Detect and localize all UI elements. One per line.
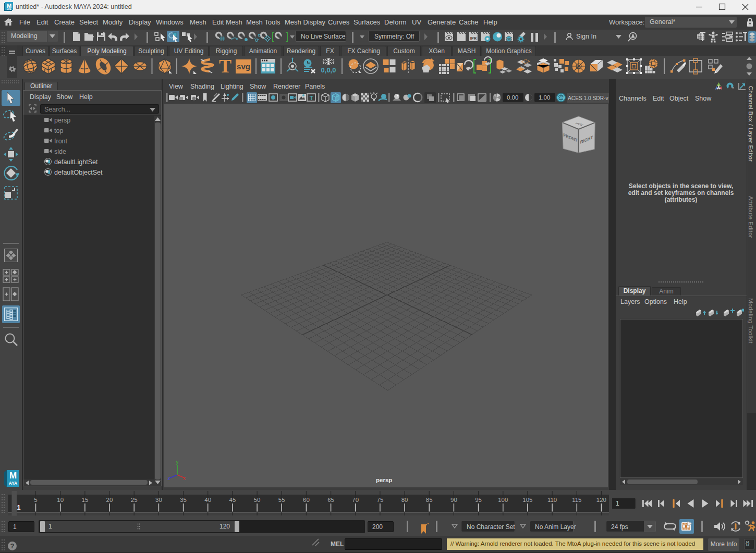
svg-text:z: z (168, 475, 170, 481)
svg-text:115: 115 (572, 497, 581, 503)
svg-text:20: 20 (106, 497, 113, 503)
svg-text:svg: svg (237, 62, 250, 71)
svg-text:1: 1 (17, 504, 21, 511)
svg-text:x: x (183, 475, 186, 481)
svg-text:IPR: IPR (470, 36, 477, 41)
svg-text:35: 35 (180, 497, 187, 503)
svg-text:75: 75 (377, 497, 384, 503)
svg-text:M: M (9, 471, 17, 481)
svg-text:70: 70 (352, 497, 359, 503)
svg-text:65: 65 (327, 497, 334, 503)
svg-text:85: 85 (426, 497, 433, 503)
svg-text:15: 15 (82, 497, 89, 503)
svg-text:10: 10 (57, 497, 64, 503)
svg-text:110: 110 (547, 497, 557, 503)
svg-text:5: 5 (34, 497, 37, 503)
svg-text:25: 25 (131, 497, 138, 503)
svg-text:50: 50 (254, 497, 261, 503)
svg-text:105: 105 (522, 497, 532, 503)
svg-text:AYA: AYA (7, 8, 11, 10)
svg-text:y: y (176, 460, 179, 465)
svg-text:100: 100 (498, 497, 508, 503)
svg-text:80: 80 (401, 497, 408, 503)
svg-text:40: 40 (204, 497, 211, 503)
svg-text:T: T (219, 56, 231, 77)
svg-text:AYA: AYA (9, 481, 17, 486)
svg-text:0,0,0: 0,0,0 (321, 66, 336, 74)
svg-text:60: 60 (303, 497, 310, 503)
svg-text:55: 55 (278, 497, 285, 503)
svg-text:90: 90 (450, 497, 457, 503)
svg-text:95: 95 (475, 497, 482, 503)
svg-text:30: 30 (155, 497, 162, 503)
svg-text:120: 120 (596, 497, 606, 503)
svg-text:45: 45 (229, 497, 236, 503)
